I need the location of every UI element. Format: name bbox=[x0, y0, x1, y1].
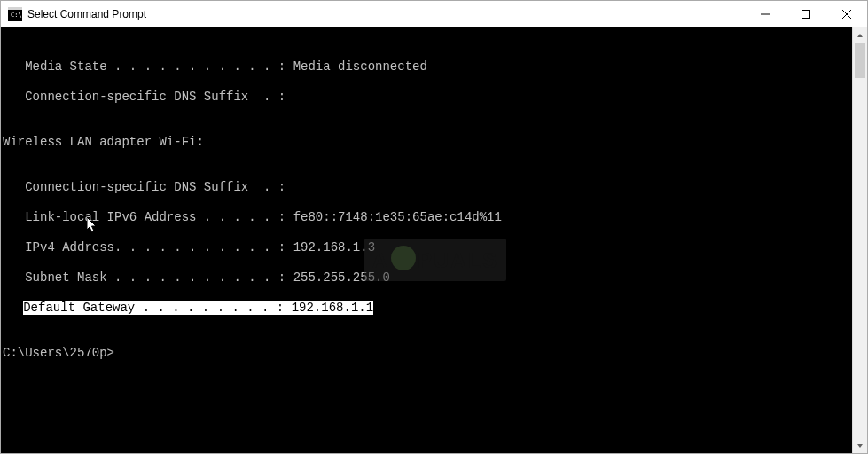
terminal-line: Link-local IPv6 Address . . . . . : fe80… bbox=[1, 210, 852, 225]
window-title: Select Command Prompt bbox=[27, 8, 745, 20]
terminal-line: IPv4 Address. . . . . . . . . . . : 192.… bbox=[1, 240, 852, 255]
content-area: Media State . . . . . . . . . . . : Medi… bbox=[1, 27, 867, 453]
minimize-button[interactable] bbox=[745, 1, 786, 27]
cmd-app-icon: C:\ bbox=[8, 7, 22, 21]
terminal-selected-prefix bbox=[1, 301, 23, 315]
terminal-selected-text: Default Gateway . . . . . . . . . : 192.… bbox=[23, 301, 373, 315]
maximize-button[interactable] bbox=[786, 1, 826, 27]
terminal-line-default-gateway: Default Gateway . . . . . . . . . : 192.… bbox=[1, 301, 852, 316]
scroll-thumb[interactable] bbox=[855, 43, 865, 78]
scroll-down-button[interactable] bbox=[853, 438, 867, 453]
scroll-track[interactable] bbox=[853, 43, 867, 438]
watermark-text-right: PUALS bbox=[418, 253, 498, 268]
terminal-line: Connection-specific DNS Suffix . : bbox=[1, 180, 852, 195]
terminal-line: Subnet Mask . . . . . . . . . . . : 255.… bbox=[1, 270, 852, 286]
app-window: C:\ Select Command Prompt Media State . … bbox=[0, 0, 868, 454]
titlebar: C:\ Select Command Prompt bbox=[1, 1, 867, 27]
svg-rect-4 bbox=[802, 10, 810, 18]
vertical-scrollbar[interactable] bbox=[852, 27, 867, 453]
terminal-line-adapter-header: Wireless LAN adapter Wi-Fi: bbox=[1, 135, 852, 150]
svg-rect-1 bbox=[8, 7, 22, 10]
close-button[interactable] bbox=[826, 1, 867, 27]
terminal-line: Connection-specific DNS Suffix . : bbox=[1, 90, 852, 105]
terminal-prompt: C:\Users\2570p> bbox=[1, 346, 852, 361]
terminal-line: Media State . . . . . . . . . . . : Medi… bbox=[1, 59, 852, 74]
scroll-up-button[interactable] bbox=[853, 27, 867, 43]
window-controls bbox=[745, 1, 867, 27]
terminal-output[interactable]: Media State . . . . . . . . . . . : Medi… bbox=[1, 27, 852, 453]
svg-text:C:\: C:\ bbox=[11, 12, 22, 19]
